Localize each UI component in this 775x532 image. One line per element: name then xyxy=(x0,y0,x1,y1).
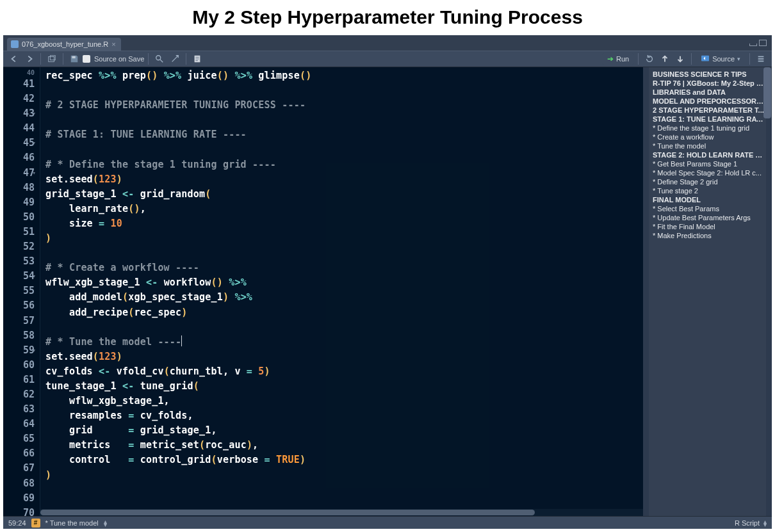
source-icon xyxy=(701,55,710,63)
svg-rect-2 xyxy=(72,56,76,59)
outline-toggle-button[interactable] xyxy=(754,52,768,65)
maximize-pane-icon[interactable] xyxy=(759,40,767,46)
language-stepper-icon[interactable]: ▴▾ xyxy=(763,520,767,526)
source-button-label: Source xyxy=(712,55,735,63)
current-section-label[interactable]: * Tune the model xyxy=(45,519,99,527)
outline-item[interactable]: * Create a workflow xyxy=(653,133,772,141)
svg-line-4 xyxy=(160,60,163,62)
outline-item[interactable]: STAGE 2: HOLD LEARN RATE C... xyxy=(653,150,772,159)
outline-item[interactable]: STAGE 1: TUNE LEARNING RATE xyxy=(653,115,772,124)
find-button[interactable] xyxy=(152,52,167,65)
file-tab-label: 076_xgboost_hyper_tune.R xyxy=(22,40,108,48)
page-title: My 2 Step Hyperparameter Tuning Process xyxy=(192,6,583,28)
outline-item[interactable]: * Tune stage 2 xyxy=(653,186,772,195)
code-editor[interactable]: 4041424344454647484950515253545556575859… xyxy=(3,67,643,516)
close-tab-icon[interactable]: × xyxy=(111,40,115,48)
editor-main: 4041424344454647484950515253545556575859… xyxy=(3,67,772,516)
outline-item[interactable]: FINAL MODEL xyxy=(653,195,772,204)
go-up-button[interactable] xyxy=(658,52,672,65)
outline-item[interactable]: * Tune the model xyxy=(653,141,772,150)
run-arrow-icon: ➔ xyxy=(607,54,614,63)
minimize-pane-icon[interactable] xyxy=(749,44,757,46)
section-stepper-icon[interactable]: ▴▾ xyxy=(104,520,107,526)
outline-item[interactable]: * Define Stage 2 grid xyxy=(653,177,772,186)
vertical-scrollbar[interactable] xyxy=(643,67,649,516)
status-bar: 59:24 # * Tune the model ▴▾ R Script ▴▾ xyxy=(3,516,772,529)
outline-item[interactable]: R-TIP 76 | XGBoost: My 2-Step H... xyxy=(653,79,772,88)
outline-item[interactable]: BUSINESS SCIENCE R TIPS xyxy=(653,70,772,79)
outline-item[interactable]: * Update Best Parameters Args xyxy=(653,213,772,222)
rerun-button[interactable] xyxy=(642,52,657,65)
outline-item[interactable]: LIBRARIES and DATA xyxy=(653,88,772,97)
outline-item[interactable]: * Define the stage 1 tuning grid xyxy=(653,124,772,133)
page-title-region: My 2 Step Hyperparameter Tuning Process xyxy=(0,0,775,35)
language-mode[interactable]: R Script xyxy=(735,519,760,527)
source-button[interactable]: Source ▾ xyxy=(696,54,746,64)
source-on-save-label: Source on Save xyxy=(94,55,144,63)
code-area[interactable]: rec_spec %>% prep() %>% juice() %>% glim… xyxy=(40,67,643,516)
svg-rect-0 xyxy=(49,57,54,62)
outline-item[interactable]: * Fit the Final Model xyxy=(653,222,772,231)
save-button[interactable] xyxy=(67,52,81,65)
outline-item[interactable]: MODEL AND PREPORCESSOR ... xyxy=(653,97,772,106)
code-tools-button[interactable] xyxy=(168,52,182,65)
line-gutter: 4041424344454647484950515253545556575859… xyxy=(3,67,40,516)
document-outline[interactable]: BUSINESS SCIENCE R TIPSR-TIP 76 | XGBoos… xyxy=(649,67,772,516)
horizontal-scrollbar[interactable] xyxy=(40,509,643,516)
r-file-icon xyxy=(11,40,19,48)
checkbox-icon xyxy=(83,55,90,63)
outline-item[interactable]: * Select Best Params xyxy=(653,204,772,213)
editor-toolbar: Source on Save ➔ Run xyxy=(3,51,772,67)
h-scroll-thumb[interactable] xyxy=(40,510,535,515)
go-down-button[interactable] xyxy=(673,52,687,65)
nav-forward-button[interactable] xyxy=(22,52,37,65)
ide-window: 076_xgboost_hyper_tune.R × Source on Sav… xyxy=(3,35,772,529)
outline-item[interactable]: * Get Best Params Stage 1 xyxy=(653,159,772,168)
outline-scroll-thumb[interactable] xyxy=(763,67,771,118)
pane-window-controls xyxy=(749,35,772,51)
file-tab[interactable]: 076_xgboost_hyper_tune.R × xyxy=(7,38,121,51)
nav-back-button[interactable] xyxy=(7,52,21,65)
outline-item[interactable]: * Model Spec Stage 2: Hold LR c... xyxy=(653,168,772,177)
outline-item[interactable]: 2 STAGE HYPERPARAMETER T... xyxy=(653,106,772,115)
source-on-save-checkbox[interactable]: Source on Save xyxy=(83,55,144,63)
run-button[interactable]: ➔ Run xyxy=(602,53,634,65)
show-in-new-window-button[interactable] xyxy=(45,52,59,65)
svg-point-3 xyxy=(156,56,161,60)
compile-report-button[interactable] xyxy=(190,52,204,65)
outline-item[interactable]: * Make Predictions xyxy=(653,231,772,240)
svg-rect-1 xyxy=(50,56,55,60)
run-label: Run xyxy=(616,55,629,63)
tab-bar: 076_xgboost_hyper_tune.R × xyxy=(3,35,772,51)
chevron-down-icon: ▾ xyxy=(737,56,740,62)
